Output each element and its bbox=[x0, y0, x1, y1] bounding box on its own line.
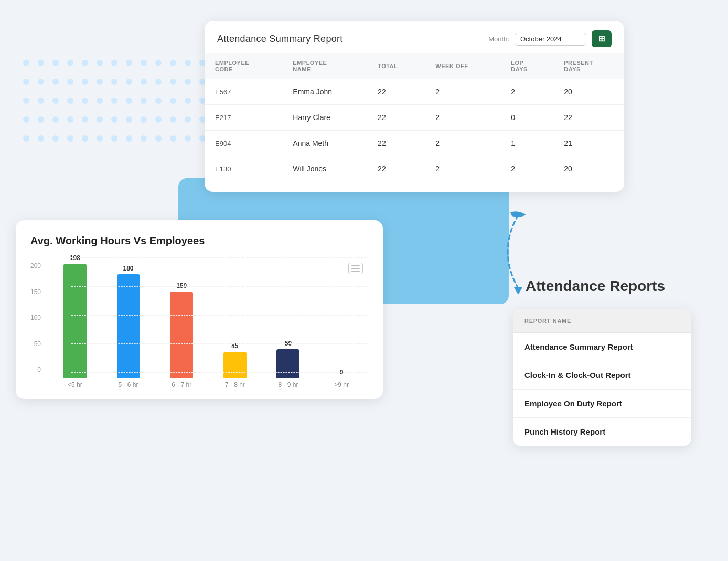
month-label: Month: bbox=[488, 35, 509, 43]
y-label-100: 100 bbox=[30, 315, 41, 321]
col-lop-days: LOPDAYS bbox=[500, 53, 553, 79]
cell-weekoff-3: 2 bbox=[425, 156, 500, 182]
bar-value-1: 180 bbox=[123, 265, 134, 272]
cell-name-2: Anna Meth bbox=[282, 131, 367, 156]
chart-card: Avg. Working Hours Vs Employees 0 50 100… bbox=[16, 220, 383, 399]
report-card-title: Attendance Summary Report bbox=[217, 34, 343, 45]
svg-marker-0 bbox=[514, 287, 522, 294]
bar-2 bbox=[170, 292, 193, 378]
bar-label-3: 7 - 8 hr bbox=[225, 381, 245, 389]
reports-list-body: Attendance Summary ReportClock-In & Cloc… bbox=[513, 333, 691, 446]
cell-code-0: E567 bbox=[205, 79, 282, 105]
cell-lop-1: 0 bbox=[500, 105, 553, 131]
bar-4 bbox=[276, 349, 299, 378]
cell-name-1: Harry Clare bbox=[282, 105, 367, 131]
cell-total-2: 22 bbox=[367, 131, 425, 156]
bar-label-1: 5 - 6 hr bbox=[119, 381, 138, 389]
cell-code-1: E217 bbox=[205, 105, 282, 131]
report-list-item-1[interactable]: Clock-In & Clock-Out Report bbox=[513, 361, 691, 390]
bar-group-1: 180 5 - 6 hr bbox=[102, 265, 155, 389]
cell-lop-2: 1 bbox=[500, 131, 553, 156]
y-label-200: 200 bbox=[30, 263, 41, 269]
month-select[interactable]: October 2024 September 2024 August 2024 bbox=[515, 33, 586, 46]
cell-present-0: 20 bbox=[553, 79, 624, 105]
report-card-controls: Month: October 2024 September 2024 Augus… bbox=[488, 30, 612, 47]
excel-icon: ⊞ bbox=[598, 34, 605, 44]
table-body: E567 Emma John 22 2 2 20 E217 Harry Clar… bbox=[205, 79, 624, 182]
chart-title: Avg. Working Hours Vs Employees bbox=[30, 235, 368, 247]
table-row: E567 Emma John 22 2 2 20 bbox=[205, 79, 624, 105]
chart-y-axis: 0 50 100 150 200 bbox=[30, 263, 41, 389]
bar-group-2: 150 6 - 7 hr bbox=[155, 282, 208, 389]
attendance-summary-card: Attendance Summary Report Month: October… bbox=[205, 21, 624, 192]
table-row: E130 Will Jones 22 2 2 20 bbox=[205, 156, 624, 182]
bar-group-0: 198 <5 hr bbox=[48, 254, 102, 389]
table-row: E217 Harry Clare 22 2 0 22 bbox=[205, 105, 624, 131]
table-header: EMPLOYEECODE EMPLOYEENAME TOTAL WEEK OFF… bbox=[205, 53, 624, 79]
bar-label-0: <5 hr bbox=[68, 381, 82, 389]
bar-value-3: 45 bbox=[231, 342, 238, 350]
bar-value-4: 50 bbox=[285, 340, 292, 347]
col-total: TOTAL bbox=[367, 53, 425, 79]
cell-weekoff-1: 2 bbox=[425, 105, 500, 131]
report-card-header: Attendance Summary Report Month: October… bbox=[205, 21, 624, 53]
col-employee-name: EMPLOYEENAME bbox=[282, 53, 367, 79]
curved-arrow bbox=[487, 210, 550, 296]
bar-label-4: 8 - 9 hr bbox=[278, 381, 298, 389]
report-list-item-0[interactable]: Attendance Summary Report bbox=[513, 333, 691, 361]
y-label-150: 150 bbox=[30, 289, 41, 295]
bar-group-4: 50 8 - 9 hr bbox=[262, 340, 315, 389]
report-list-item-3[interactable]: Punch History Report bbox=[513, 418, 691, 446]
col-employee-code: EMPLOYEECODE bbox=[205, 53, 282, 79]
cell-total-3: 22 bbox=[367, 156, 425, 182]
reports-list-header: REPORT NAME bbox=[513, 309, 691, 333]
bar-label-2: 6 - 7 hr bbox=[172, 381, 191, 389]
excel-export-button[interactable]: ⊞ bbox=[592, 30, 612, 47]
cell-present-3: 20 bbox=[553, 156, 624, 182]
chart-bars-container: 198 <5 hr 180 5 - 6 hr 150 6 - 7 hr 45 7… bbox=[48, 257, 368, 389]
bar-label-5: >9 hr bbox=[334, 381, 349, 389]
bar-group-3: 45 7 - 8 hr bbox=[208, 342, 262, 389]
reports-list-card: REPORT NAME Attendance Summary ReportClo… bbox=[513, 309, 691, 446]
cell-weekoff-0: 2 bbox=[425, 79, 500, 105]
cell-code-3: E130 bbox=[205, 156, 282, 182]
grid-line-200 bbox=[71, 257, 368, 258]
bar-value-0: 198 bbox=[70, 254, 80, 262]
cell-total-0: 22 bbox=[367, 79, 425, 105]
cell-lop-0: 2 bbox=[500, 79, 553, 105]
y-label-0: 0 bbox=[30, 366, 41, 373]
cell-weekoff-2: 2 bbox=[425, 131, 500, 156]
attendance-table: EMPLOYEECODE EMPLOYEENAME TOTAL WEEK OFF… bbox=[205, 53, 624, 181]
dot-pattern-decoration bbox=[16, 52, 215, 157]
bar-group-5: 0 >9 hr bbox=[315, 369, 368, 389]
report-list-item-2[interactable]: Employee On Duty Report bbox=[513, 390, 691, 418]
cell-present-1: 22 bbox=[553, 105, 624, 131]
cell-code-2: E904 bbox=[205, 131, 282, 156]
bar-value-2: 150 bbox=[176, 282, 187, 289]
col-present-days: PRESENTDAYS bbox=[553, 53, 624, 79]
bar-value-5: 0 bbox=[340, 369, 344, 376]
cell-total-1: 22 bbox=[367, 105, 425, 131]
cell-lop-3: 2 bbox=[500, 156, 553, 182]
y-label-50: 50 bbox=[30, 341, 41, 347]
table-row: E904 Anna Meth 22 2 1 21 bbox=[205, 131, 624, 156]
col-week-off: WEEK OFF bbox=[425, 53, 500, 79]
cell-present-2: 21 bbox=[553, 131, 624, 156]
bar-3 bbox=[223, 352, 247, 378]
cell-name-0: Emma John bbox=[282, 79, 367, 105]
cell-name-3: Will Jones bbox=[282, 156, 367, 182]
bar-1 bbox=[117, 274, 140, 378]
bar-0 bbox=[63, 264, 87, 378]
